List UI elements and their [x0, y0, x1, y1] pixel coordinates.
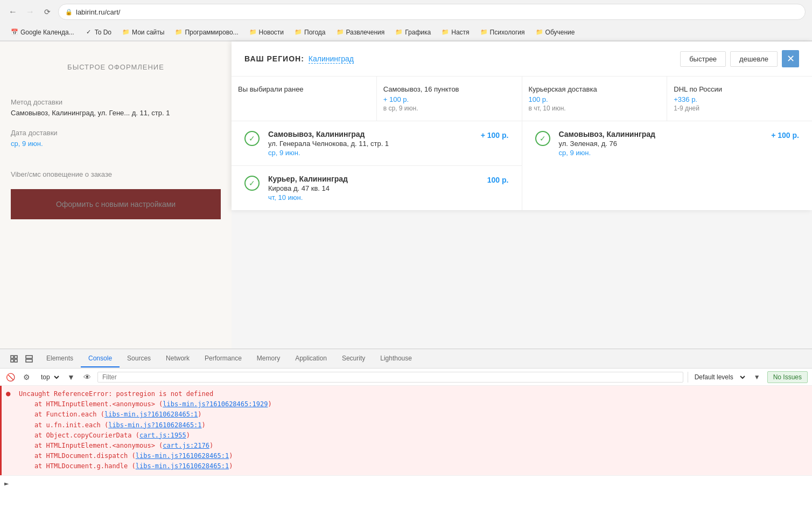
- console-error-entry: ● Uncaught ReferenceError: postregion is…: [0, 386, 812, 475]
- bookmark-psychology[interactable]: 📁 Психология: [476, 27, 529, 38]
- tab-previously-selected[interactable]: Вы выбирали ранее: [232, 77, 377, 121]
- tab-console[interactable]: Console: [81, 350, 120, 367]
- console-settings-button[interactable]: ⚙: [20, 371, 32, 383]
- default-levels-select[interactable]: Default levels: [688, 372, 747, 383]
- context-select[interactable]: top: [37, 372, 61, 383]
- bookmark-google-calendar[interactable]: 📅 Google Календа...: [6, 27, 79, 38]
- tab-application[interactable]: Application: [288, 350, 334, 367]
- levels-dropdown-button[interactable]: ▼: [751, 371, 763, 383]
- error-stack-line-2: at Function.each (libs-min.js?1610628465…: [19, 409, 272, 420]
- devtools-inspect-button[interactable]: [6, 351, 22, 366]
- tab-elements[interactable]: Elements: [39, 350, 81, 367]
- bookmark-weather[interactable]: 📁 Погода: [290, 27, 330, 38]
- error-link-1[interactable]: libs-min.js?1610628465:1929: [163, 400, 268, 408]
- delivery-price-3: 100 р.: [487, 175, 509, 184]
- check-circle-2: ✓: [535, 131, 550, 146]
- address-text: labirint.ru/cart/: [76, 8, 120, 16]
- bookmark-nastya[interactable]: 📁 Настя: [437, 27, 473, 38]
- left-panel: БЫСТРОЕ ОФОРМЛЕНИЕ Метод доставки Самовы…: [0, 41, 232, 349]
- viber-label: Viber/смс оповещение о заказе: [11, 170, 112, 178]
- main-content: БЫСТРОЕ ОФОРМЛЕНИЕ Метод доставки Самовы…: [0, 41, 812, 349]
- tab-price: +336 р.: [674, 95, 806, 103]
- delivery-method-section: Метод доставки Самовывоз, Калининград, у…: [11, 98, 221, 118]
- folder-icon: 📁: [122, 29, 130, 36]
- context-dropdown-button[interactable]: ▼: [65, 371, 77, 383]
- error-link-7[interactable]: libs-min.js?1610628465:1: [136, 462, 229, 470]
- delivery-price-2: + 100 р.: [771, 130, 799, 140]
- tab-sources[interactable]: Sources: [120, 350, 158, 367]
- error-stack-line-5: at HTMLInputElement.<anonymous> (cart.js…: [19, 441, 272, 451]
- bookmarks-bar: 📅 Google Календа... ✓ To Do 📁 Мои сайты …: [0, 24, 812, 41]
- sort-cheaper-button[interactable]: дешевле: [730, 51, 778, 67]
- tab-courier[interactable]: Курьерская доставка 100 р. в чт, 10 июн.: [522, 77, 668, 121]
- clear-console-button[interactable]: 🚫: [4, 371, 16, 383]
- delivery-right-col: ✓ Самовывоз, Калининград ул. Зеленая, д.…: [522, 121, 813, 210]
- error-link-4[interactable]: cart.js:1955: [139, 432, 186, 439]
- bookmark-label: Обучение: [545, 29, 575, 36]
- checkmark-icon: ✓: [540, 134, 546, 143]
- svg-rect-5: [26, 359, 32, 362]
- error-message-block: Uncaught ReferenceError: postregion is n…: [19, 389, 272, 472]
- devtools-left-icons: [4, 351, 39, 366]
- error-stack-line-3: at u.fn.init.each (libs-min.js?161062846…: [19, 420, 272, 430]
- tab-performance[interactable]: Performance: [197, 350, 249, 367]
- eye-button[interactable]: 👁: [81, 371, 93, 383]
- tab-network[interactable]: Network: [158, 350, 197, 367]
- error-link-3[interactable]: libs-min.js?1610628465:1: [108, 421, 201, 429]
- error-stack-line-6: at HTMLDocument.dispatch (libs-min.js?16…: [19, 451, 272, 461]
- delivery-option-3[interactable]: ✓ Курьер, Калининград Кирова д. 47 кв. 1…: [232, 166, 522, 210]
- error-stack-line-7: at HTMLDocument.g.handle (libs-min.js?16…: [19, 461, 272, 471]
- tab-dhl[interactable]: DHL по России +336 р. 1-9 дней: [667, 77, 812, 121]
- delivery-info-2: Самовывоз, Калининград ул. Зеленая, д. 7…: [559, 130, 763, 157]
- reload-button[interactable]: ⟳: [41, 5, 54, 18]
- bookmark-entertainment[interactable]: 📁 Развлечения: [332, 27, 389, 38]
- date-section: Дата доставки ср, 9 июн.: [11, 129, 221, 149]
- tab-self-pickup[interactable]: Самовывоз, 16 пунктов + 100 р. в ср, 9 и…: [377, 77, 522, 121]
- tab-lighthouse[interactable]: Lighthouse: [373, 350, 419, 367]
- delivery-method-value: Самовывоз, Калининград, ул. Гене... д. 1…: [11, 108, 221, 118]
- error-link-5[interactable]: cart.js:2176: [163, 442, 209, 449]
- region-link[interactable]: Калининград: [309, 54, 354, 64]
- bookmark-my-sites[interactable]: 📁 Мои сайты: [118, 27, 169, 38]
- submit-button[interactable]: Оформить с новыми настройками: [11, 189, 221, 219]
- delivery-options: ✓ Самовывоз, Калининград ул. Генерала Че…: [232, 121, 812, 210]
- tab-title: DHL по России: [674, 85, 806, 93]
- delivery-name: Самовывоз, Калининград: [559, 130, 763, 138]
- bookmark-news[interactable]: 📁 Новости: [245, 27, 288, 38]
- delivery-price-1: + 100 р.: [481, 130, 509, 140]
- svg-rect-1: [15, 356, 17, 358]
- folder-icon: 📁: [395, 29, 403, 36]
- check-circle-1: ✓: [244, 131, 260, 146]
- folder-icon: 📁: [442, 29, 449, 36]
- sort-buttons: быстрее дешевле: [680, 51, 778, 67]
- delivery-name: Курьер, Калининград: [268, 175, 479, 183]
- delivery-option-2[interactable]: ✓ Самовывоз, Калининград ул. Зеленая, д.…: [522, 121, 813, 165]
- error-main-message: Uncaught ReferenceError: postregion is n…: [19, 389, 272, 399]
- filter-input[interactable]: [97, 372, 683, 383]
- tab-title: Самовывоз, 16 пунктов: [383, 85, 515, 93]
- close-overlay-button[interactable]: ✕: [782, 50, 799, 67]
- browser-toolbar: ← → ⟳ 🔒 labirint.ru/cart/: [0, 0, 812, 24]
- uncaught-text: Uncaught ReferenceError: postregion is n…: [19, 390, 213, 398]
- bookmark-label: Новости: [259, 29, 284, 36]
- error-link-2[interactable]: libs-min.js?1610628465:1: [104, 411, 198, 418]
- bookmark-learning[interactable]: 📁 Обучение: [531, 27, 579, 38]
- back-button[interactable]: ←: [6, 5, 19, 18]
- sort-faster-button[interactable]: быстрее: [680, 51, 726, 67]
- tab-security[interactable]: Security: [334, 350, 373, 367]
- delivery-date: чт, 10 июн.: [268, 193, 479, 202]
- devtools-toggle-button[interactable]: [22, 351, 37, 366]
- address-bar[interactable]: 🔒 labirint.ru/cart/: [58, 4, 806, 20]
- delivery-address: ул. Генерала Челнокова, д. 11, стр. 1: [268, 140, 472, 148]
- delivery-option-1[interactable]: ✓ Самовывоз, Калининград ул. Генерала Че…: [232, 121, 522, 166]
- console-prompt[interactable]: ►: [0, 475, 812, 491]
- delivery-method-label: Метод доставки: [11, 98, 221, 106]
- forward-button[interactable]: →: [24, 5, 37, 18]
- bookmark-label: Графика: [405, 29, 431, 36]
- tab-memory[interactable]: Memory: [249, 350, 288, 367]
- bookmark-todo[interactable]: ✓ To Do: [81, 27, 116, 38]
- bookmark-graphics[interactable]: 📁 Графика: [391, 27, 435, 38]
- tab-date: в ср, 9 июн.: [383, 105, 515, 112]
- bookmark-programming[interactable]: 📁 Программирово...: [171, 27, 242, 38]
- error-link-6[interactable]: libs-min.js?1610628465:1: [136, 452, 229, 460]
